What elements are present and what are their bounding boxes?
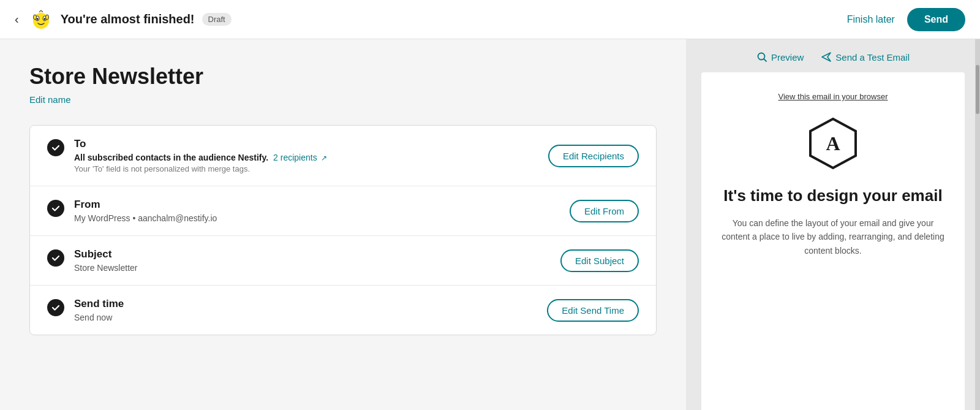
external-link-icon: ↗ xyxy=(321,154,327,162)
header-left: ‹ You're almost finished! Draft xyxy=(15,7,232,32)
step-desc-from: My WordPress • aanchalm@nestify.io xyxy=(74,213,217,223)
svg-point-5 xyxy=(33,15,36,20)
header-title: You're almost finished! xyxy=(61,12,195,26)
back-button[interactable]: ‹ xyxy=(15,12,19,26)
hex-logo-icon: A xyxy=(805,116,861,171)
scrollbar-thumb xyxy=(976,65,979,114)
edit-subject-button[interactable]: Edit Subject xyxy=(560,249,639,272)
svg-point-4 xyxy=(43,18,45,20)
svg-point-3 xyxy=(36,18,38,20)
recipients-link[interactable]: 2 recipients xyxy=(273,153,317,162)
svg-point-7 xyxy=(758,53,765,60)
step-row-to: To All subscribed contacts in the audien… xyxy=(30,126,656,186)
header: ‹ You're almost finished! Draft Finish l… xyxy=(0,0,980,39)
campaign-title: Store Newsletter xyxy=(29,64,657,89)
draft-badge: Draft xyxy=(202,13,232,26)
send-test-label: Send a Test Email xyxy=(835,52,910,63)
step-label-subject: Subject xyxy=(74,248,137,260)
email-preview-card: View this email in your browser A It's t… xyxy=(701,72,965,410)
step-label-from: From xyxy=(74,199,217,211)
step-note-to: Your 'To' field is not personalized with… xyxy=(74,164,327,173)
edit-send-time-button[interactable]: Edit Send Time xyxy=(547,299,639,322)
preview-label: Preview xyxy=(771,52,804,63)
right-panel: Preview Send a Test Email View this emai… xyxy=(686,39,980,410)
edit-name-link[interactable]: Edit name xyxy=(29,94,71,105)
edit-from-button[interactable]: Edit From xyxy=(570,200,639,222)
main-layout: Store Newsletter Edit name To All subscr… xyxy=(0,39,980,410)
step-left-send-time: Send time Send now xyxy=(47,298,124,322)
preview-button[interactable]: Preview xyxy=(756,51,804,63)
step-left-subject: Subject Store Newsletter xyxy=(47,248,137,273)
send-test-icon xyxy=(821,51,832,63)
step-desc-send-time: Send now xyxy=(74,313,124,322)
svg-text:A: A xyxy=(826,132,840,154)
step-label-to: To xyxy=(74,138,327,150)
step-label-send-time: Send time xyxy=(74,298,124,310)
preview-actions: Preview Send a Test Email xyxy=(756,51,910,63)
view-in-browser-link[interactable]: View this email in your browser xyxy=(718,92,948,101)
steps-container: To All subscribed contacts in the audien… xyxy=(29,125,657,335)
header-right: Finish later Send xyxy=(847,8,965,31)
email-design-desc: You can define the layout of your email … xyxy=(718,216,948,257)
email-design-title: It's time to design your email xyxy=(718,186,948,207)
check-icon-subject xyxy=(47,249,64,267)
step-desc-to-main: All subscribed contacts in the audience … xyxy=(74,153,268,162)
step-content-send-time: Send time Send now xyxy=(74,298,124,322)
step-content-subject: Subject Store Newsletter xyxy=(74,248,137,273)
mailchimp-logo xyxy=(29,7,53,32)
step-row-from: From My WordPress • aanchalm@nestify.io … xyxy=(30,186,656,236)
step-row-send-time: Send time Send now Edit Send Time xyxy=(30,286,656,335)
check-icon-to xyxy=(47,139,64,156)
step-left-to: To All subscribed contacts in the audien… xyxy=(47,138,327,173)
check-icon-send-time xyxy=(47,299,64,316)
step-left-from: From My WordPress • aanchalm@nestify.io xyxy=(47,199,217,223)
left-panel: Store Newsletter Edit name To All subscr… xyxy=(0,39,686,410)
step-row-subject: Subject Store Newsletter Edit Subject xyxy=(30,236,656,286)
edit-recipients-button[interactable]: Edit Recipients xyxy=(548,145,639,167)
step-content-to: To All subscribed contacts in the audien… xyxy=(74,138,327,173)
scrollbar[interactable] xyxy=(975,39,980,410)
check-icon-from xyxy=(47,200,64,217)
send-test-email-button[interactable]: Send a Test Email xyxy=(821,51,910,63)
send-button[interactable]: Send xyxy=(907,8,965,31)
step-desc-to: All subscribed contacts in the audience … xyxy=(74,153,327,162)
step-content-from: From My WordPress • aanchalm@nestify.io xyxy=(74,199,217,223)
svg-point-6 xyxy=(45,15,48,20)
finish-later-button[interactable]: Finish later xyxy=(847,14,895,25)
search-icon xyxy=(756,51,767,63)
step-desc-subject: Store Newsletter xyxy=(74,263,137,273)
